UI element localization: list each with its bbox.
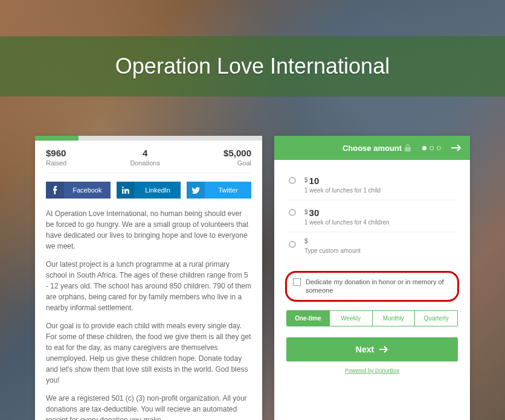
powered-by-link[interactable]: Powered by DonorBox: [274, 368, 470, 381]
share-twitter-button[interactable]: Twitter: [187, 182, 251, 199]
amount-desc: 1 week of lunches for 4 children: [304, 219, 455, 226]
tab-monthly[interactable]: Monthly: [373, 311, 416, 326]
dedicate-donation-highlight[interactable]: Dedicate my donation in honor or in memo…: [285, 271, 459, 302]
step-dot-3: [437, 146, 441, 150]
share-facebook-button[interactable]: Facebook: [46, 182, 111, 199]
step-dots: [422, 146, 441, 150]
currency-symbol: $: [304, 238, 308, 244]
hero-banner: Operation Love International: [0, 36, 505, 97]
frequency-tabs: One-time Weekly Monthly Quarterly: [286, 310, 458, 326]
radio-icon: [289, 177, 296, 184]
next-arrow-icon[interactable]: [451, 144, 462, 152]
social-share-row: Facebook LinkedIn Twitter: [35, 173, 262, 205]
goal-value: $5,000: [224, 148, 251, 158]
tab-weekly[interactable]: Weekly: [330, 311, 373, 326]
tab-onetime[interactable]: One-time: [287, 311, 330, 326]
raised-value: $960: [46, 148, 66, 158]
lock-icon: [405, 144, 411, 151]
dedicate-checkbox[interactable]: [293, 278, 301, 286]
progress-bar: [35, 136, 262, 141]
desc-p2: Our latest project is a lunch programme …: [46, 259, 251, 313]
amount-value: 30: [309, 208, 320, 218]
donation-form-card: Choose amount $ 10 1: [274, 136, 470, 420]
tab-quarterly[interactable]: Quarterly: [415, 311, 457, 326]
facebook-label: Facebook: [64, 186, 111, 194]
donation-header-title: Choose amount: [343, 144, 402, 153]
linkedin-label: LinkedIn: [135, 186, 181, 194]
stats-row: $960 Raised 4 Donations $5,000 Goal: [35, 141, 262, 173]
linkedin-icon: [117, 182, 135, 199]
twitter-icon: [187, 182, 205, 199]
amount-option-10[interactable]: $ 10 1 week of lunches for 1 child: [289, 172, 455, 200]
radio-icon: [289, 209, 296, 216]
campaign-description: At Operation Love International, no huma…: [35, 205, 262, 420]
goal-label: Goal: [224, 159, 251, 167]
currency-symbol: $: [304, 209, 308, 215]
next-button[interactable]: Next: [286, 337, 458, 361]
svg-point-1: [122, 186, 124, 188]
donations-label: Donations: [130, 159, 160, 167]
custom-amount-placeholder: Type custom amount: [304, 247, 455, 254]
share-linkedin-button[interactable]: LinkedIn: [117, 182, 181, 199]
stat-goal: $5,000 Goal: [224, 148, 251, 167]
donations-value: 4: [130, 148, 160, 158]
raised-label: Raised: [46, 159, 66, 167]
desc-p1: At Operation Love International, no huma…: [46, 208, 251, 252]
campaign-info-card: $960 Raised 4 Donations $5,000 Goal Face…: [35, 136, 262, 420]
currency-symbol: $: [304, 177, 308, 183]
step-dot-1: [422, 146, 426, 150]
radio-icon: [289, 241, 296, 248]
stat-raised: $960 Raised: [46, 148, 66, 167]
arrow-right-icon: [379, 346, 388, 353]
amount-options: $ 10 1 week of lunches for 1 child $ 30 …: [274, 160, 470, 265]
amount-value: 10: [309, 176, 320, 186]
amount-option-30[interactable]: $ 30 1 week of lunches for 4 children: [289, 204, 455, 232]
next-label: Next: [356, 345, 374, 354]
svg-rect-0: [122, 189, 124, 194]
progress-fill: [35, 136, 79, 141]
step-dot-2: [429, 146, 434, 150]
amount-desc: 1 week of lunches for 1 child: [304, 187, 455, 194]
dedicate-label: Dedicate my donation in honor or in memo…: [306, 278, 451, 295]
twitter-label: Twitter: [205, 186, 251, 194]
desc-p4: We are a registered 501 (c) (3) non-prof…: [46, 393, 251, 420]
facebook-icon: [46, 182, 64, 199]
stat-donations: 4 Donations: [130, 148, 160, 167]
amount-option-custom[interactable]: $ Type custom amount: [289, 236, 455, 260]
desc-p3: Our goal is to provide each child with m…: [46, 320, 251, 386]
donation-header: Choose amount: [274, 136, 470, 160]
page-title: Operation Love International: [115, 54, 390, 79]
